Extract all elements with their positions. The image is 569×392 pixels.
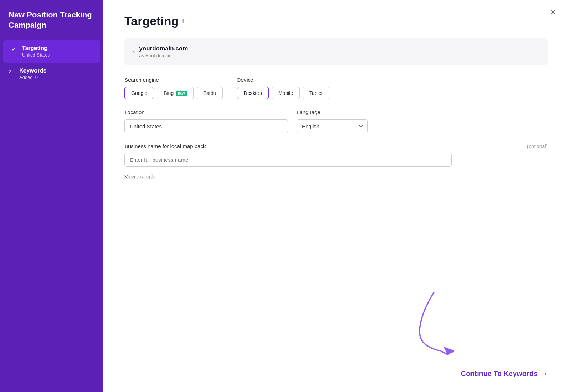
- sidebar-title: New Position Tracking Campaign: [0, 10, 103, 40]
- continue-label: Continue To Keywords: [461, 370, 538, 378]
- domain-chevron-icon: ›: [133, 49, 135, 55]
- business-label: Business name for local map pack: [124, 143, 206, 149]
- domain-info: yourdomain.com as Root domain: [139, 45, 188, 58]
- baidu-label: Baidu: [203, 90, 216, 96]
- domain-type: as Root domain: [139, 53, 188, 58]
- optional-label: (optional): [527, 144, 548, 149]
- main-content: ✕ Targeting ℹ › yourdomain.com as Root d…: [103, 0, 569, 392]
- location-input[interactable]: [124, 119, 288, 133]
- business-input[interactable]: [124, 153, 452, 167]
- device-buttons: Desktop Mobile Tablet: [237, 87, 329, 99]
- sidebar-item-targeting-content: Targeting United States: [22, 45, 50, 58]
- sidebar-item-targeting-label: Targeting: [22, 45, 50, 52]
- bing-new-badge: new: [176, 91, 187, 96]
- sidebar-item-keywords-label: Keywords: [19, 68, 46, 74]
- location-group: Location: [124, 109, 288, 133]
- sidebar-item-keywords-number: 2: [9, 68, 15, 74]
- search-engine-buttons: Google Bing new Baidu: [124, 87, 223, 99]
- mobile-label: Mobile: [278, 90, 293, 96]
- search-device-row: Search engine Google Bing new Baidu Devi…: [124, 77, 548, 99]
- google-button[interactable]: Google: [124, 87, 154, 99]
- tablet-button[interactable]: Tablet: [303, 87, 329, 99]
- mobile-button[interactable]: Mobile: [272, 87, 300, 99]
- language-label: Language: [297, 109, 368, 115]
- sidebar-item-targeting[interactable]: ✓ Targeting United States: [3, 40, 100, 63]
- view-example-button[interactable]: View example: [124, 174, 155, 179]
- business-section: Business name for local map pack (option…: [124, 143, 548, 180]
- sidebar-item-targeting-sublabel: United States: [22, 52, 50, 58]
- business-label-row: Business name for local map pack (option…: [124, 143, 548, 149]
- arrow-illustration: [413, 285, 477, 356]
- device-label: Device: [237, 77, 329, 83]
- close-button[interactable]: ✕: [550, 9, 556, 16]
- check-icon: ✓: [11, 46, 18, 53]
- domain-name: yourdomain.com: [139, 45, 188, 52]
- sidebar: New Position Tracking Campaign ✓ Targeti…: [0, 0, 103, 392]
- search-engine-group: Search engine Google Bing new Baidu: [124, 77, 223, 99]
- page-title: Targeting ℹ: [124, 14, 548, 28]
- desktop-button[interactable]: Desktop: [237, 87, 268, 99]
- bing-button[interactable]: Bing new: [157, 87, 193, 99]
- sidebar-item-keywords-sublabel: Added: 0: [19, 75, 46, 80]
- sidebar-item-keywords[interactable]: 2 Keywords Added: 0: [0, 63, 103, 85]
- sidebar-item-keywords-content: Keywords Added: 0: [19, 68, 46, 80]
- domain-card[interactable]: › yourdomain.com as Root domain: [124, 38, 548, 65]
- info-icon[interactable]: ℹ: [182, 18, 184, 25]
- tablet-label: Tablet: [309, 90, 323, 96]
- language-group: Language English Spanish French German C…: [297, 109, 368, 133]
- desktop-label: Desktop: [244, 90, 262, 96]
- baidu-button[interactable]: Baidu: [197, 87, 223, 99]
- page-title-text: Targeting: [124, 14, 179, 28]
- search-engine-label: Search engine: [124, 77, 223, 83]
- arrow-svg: [413, 285, 477, 356]
- language-select[interactable]: English Spanish French German Chinese: [297, 119, 368, 133]
- location-label: Location: [124, 109, 288, 115]
- continue-arrow: →: [541, 370, 548, 378]
- google-label: Google: [131, 90, 147, 96]
- continue-button[interactable]: Continue To Keywords →: [461, 370, 548, 378]
- location-language-row: Location Language English Spanish French…: [124, 109, 548, 133]
- bing-label: Bing: [164, 90, 174, 96]
- device-group: Device Desktop Mobile Tablet: [237, 77, 329, 99]
